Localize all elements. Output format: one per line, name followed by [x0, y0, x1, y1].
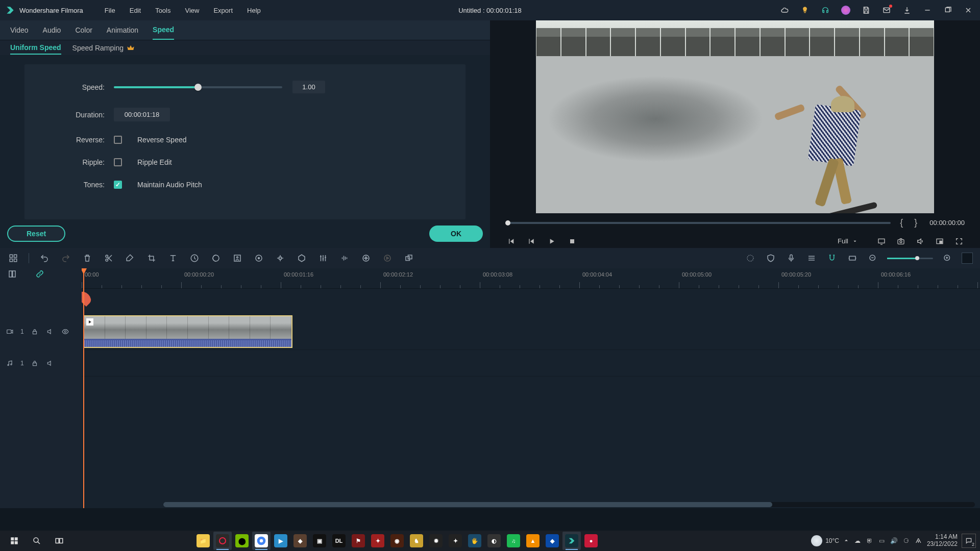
- taskbar-app-3[interactable]: ▣: [310, 532, 329, 550]
- scrub-slider[interactable]: [505, 222, 891, 224]
- taskbar-app-5[interactable]: ⚑: [349, 532, 368, 550]
- taskbar-app-nvidia[interactable]: ⬤: [233, 532, 251, 550]
- close-icon[interactable]: [962, 4, 975, 17]
- mixer-icon[interactable]: [805, 252, 818, 264]
- video-track-row[interactable]: [82, 313, 980, 350]
- menu-file[interactable]: File: [99, 4, 121, 17]
- volume-icon[interactable]: [915, 236, 926, 247]
- taskbar-app-spotify[interactable]: ♫: [504, 532, 523, 550]
- reverse-checkbox[interactable]: [114, 136, 122, 144]
- search-button[interactable]: [27, 531, 47, 550]
- tab-animation[interactable]: Animation: [107, 21, 138, 39]
- menu-help[interactable]: Help: [241, 4, 267, 17]
- task-view-button[interactable]: [49, 531, 69, 550]
- tab-audio[interactable]: Audio: [43, 21, 61, 39]
- redo-icon[interactable]: [60, 252, 72, 264]
- tray-onedrive-icon[interactable]: ☁: [853, 537, 862, 545]
- zoom-out-icon[interactable]: [867, 252, 879, 264]
- mark-in-icon[interactable]: {: [898, 217, 905, 228]
- menu-tools[interactable]: Tools: [149, 4, 177, 17]
- taskbar-app-11[interactable]: 🖐: [465, 532, 484, 550]
- audio-track-row[interactable]: [82, 350, 980, 377]
- timeline-hscrollbar[interactable]: [163, 502, 975, 507]
- menu-view[interactable]: View: [179, 4, 205, 17]
- tab-speed[interactable]: Speed: [153, 20, 174, 40]
- taskbar-app-13[interactable]: ◆: [543, 532, 561, 550]
- voiceover-icon[interactable]: [785, 252, 797, 264]
- taskbar-app-9[interactable]: ✹: [427, 532, 445, 550]
- audio-track-lock-icon[interactable]: [30, 359, 39, 368]
- video-track-lock-icon[interactable]: [30, 327, 39, 336]
- link-icon[interactable]: [34, 268, 46, 280]
- minimize-icon[interactable]: [921, 4, 934, 17]
- color-tool-icon[interactable]: [210, 252, 222, 264]
- video-track-mute-icon[interactable]: [45, 327, 55, 336]
- timeline-ruler[interactable]: 00:0000:00:00:2000:00:01:1600:00:02:1200…: [82, 268, 980, 289]
- speed-value-input[interactable]: 1.00: [292, 81, 325, 93]
- taskbar-app-chrome[interactable]: [252, 532, 271, 550]
- tray-security-icon[interactable]: ⛨: [866, 537, 874, 545]
- stop-icon[interactable]: [567, 236, 578, 247]
- magnetic-icon[interactable]: [826, 252, 838, 264]
- snapshot-icon[interactable]: [895, 236, 906, 247]
- cloud-icon[interactable]: [778, 4, 791, 17]
- ripple-checkbox[interactable]: [114, 158, 122, 166]
- menu-edit[interactable]: Edit: [124, 4, 147, 17]
- timeline-body[interactable]: 00:0000:00:00:2000:00:01:1600:00:02:1200…: [82, 268, 980, 508]
- text-icon[interactable]: [167, 252, 179, 264]
- adjust-icon[interactable]: [317, 252, 329, 264]
- taskbar-app-vlc[interactable]: ▲: [524, 532, 542, 550]
- tray-battery-icon[interactable]: ▭: [878, 537, 886, 545]
- playhead[interactable]: [83, 268, 84, 508]
- speed-tool-icon[interactable]: [188, 252, 201, 264]
- audio-tool-icon[interactable]: [338, 252, 351, 264]
- greenscreen-icon[interactable]: [231, 252, 243, 264]
- weather-icon[interactable]: 10°C: [811, 535, 839, 546]
- tab-video[interactable]: Video: [10, 21, 29, 39]
- message-icon[interactable]: [880, 4, 893, 17]
- timeline-hscrollbar-thumb[interactable]: [163, 502, 772, 507]
- fit-icon[interactable]: [846, 252, 859, 264]
- tab-color[interactable]: Color: [75, 21, 92, 39]
- taskbar-app-10[interactable]: ✦: [446, 532, 464, 550]
- download-icon[interactable]: [900, 4, 914, 17]
- track-display-toggle[interactable]: [962, 253, 973, 264]
- maximize-icon[interactable]: [941, 4, 954, 17]
- taskbar-app-12[interactable]: ◐: [485, 532, 503, 550]
- tracking-icon[interactable]: [274, 252, 286, 264]
- ok-button[interactable]: OK: [429, 226, 483, 242]
- mask-icon[interactable]: [296, 252, 308, 264]
- preview-viewport[interactable]: [536, 20, 934, 213]
- speed-slider[interactable]: [114, 86, 282, 88]
- play-backward-icon[interactable]: [526, 236, 537, 247]
- taskbar-app-filmora[interactable]: [562, 532, 581, 550]
- taskbar-app-explorer[interactable]: 📁: [194, 532, 212, 550]
- tones-checkbox[interactable]: [114, 181, 122, 189]
- group-icon[interactable]: [403, 252, 415, 264]
- safety-icon[interactable]: [765, 252, 777, 264]
- play-icon[interactable]: [546, 236, 557, 247]
- taskbar-app-4[interactable]: DL: [330, 532, 348, 550]
- enhance-icon[interactable]: [360, 252, 372, 264]
- tray-chevron-icon[interactable]: [843, 537, 849, 545]
- taskbar-app-6[interactable]: ✦: [369, 532, 387, 550]
- layout-icon[interactable]: [7, 252, 19, 264]
- subtab-speed-ramping[interactable]: Speed Ramping: [72, 42, 135, 54]
- crop-icon[interactable]: [145, 252, 158, 264]
- display-icon[interactable]: [876, 236, 887, 247]
- playback-quality-select[interactable]: Full: [836, 235, 868, 247]
- tray-wifi-icon[interactable]: ⚆: [902, 537, 911, 545]
- audio-track-mute-icon[interactable]: [45, 359, 55, 368]
- subtab-uniform-speed[interactable]: Uniform Speed: [10, 41, 61, 55]
- taskbar-clock[interactable]: 1:14 AM 23/12/2022: [927, 534, 958, 548]
- support-icon[interactable]: [819, 4, 832, 17]
- duration-value-input[interactable]: 00:00:01:18: [114, 108, 170, 121]
- tray-language-icon[interactable]: Ѧ: [915, 537, 923, 545]
- split-icon[interactable]: [103, 252, 115, 264]
- speed-slider-thumb[interactable]: [194, 84, 202, 91]
- media-bin-icon[interactable]: [6, 268, 18, 280]
- video-clip[interactable]: [83, 315, 292, 348]
- taskbar-app-1[interactable]: ▶: [272, 532, 290, 550]
- render-icon[interactable]: [381, 252, 394, 264]
- profile-icon[interactable]: [839, 4, 852, 17]
